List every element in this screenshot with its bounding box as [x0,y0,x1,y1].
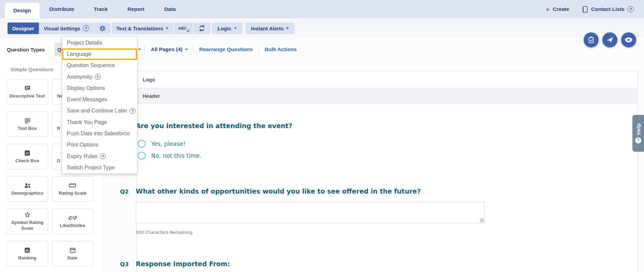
text-tools-group: Text & Translations ABC ✓ [112,22,210,34]
chevron-down-icon [234,28,237,30]
refresh-icon [199,25,205,32]
people-icon [24,182,31,189]
simple-questions-heading: Simple Questions [10,66,54,72]
card-ranking[interactable]: Ranking [6,241,48,267]
instant-alerts-group: Instant Alerts [246,22,294,34]
designer-button[interactable]: Designer [8,22,39,34]
menu-item-switch-project-type[interactable]: Switch Project Type [62,162,137,173]
ruler-icon [69,182,76,189]
q1-title[interactable]: Are you interested in attending the even… [136,122,292,130]
menu-item-event-messages[interactable]: Event Messages [62,94,137,105]
help-circle-icon[interactable]: ? [100,153,106,159]
tab-track[interactable]: Track [84,0,118,18]
divider [144,46,145,53]
menu-item-question-sequence[interactable]: Question Sequence [62,60,137,71]
designer-toolbar: Designer Visual Settings ? Text & Transl… [0,18,644,37]
help-circle-icon[interactable]: ? [95,74,101,80]
send-button[interactable] [602,32,617,47]
all-pages-dropdown[interactable]: All Pages (4) [151,46,188,52]
visual-settings-menu: Project Details Language Question Sequen… [62,36,137,174]
tab-distribute[interactable]: Distribute [40,0,84,18]
menu-item-label: Thank You Page [67,119,107,125]
card-like-dislike[interactable]: Like/Dislike [52,209,93,234]
q3-title[interactable]: Response Imported From: [136,260,230,268]
tab-data[interactable]: Data [155,0,186,18]
checked-box-icon [24,150,30,156]
menu-item-label: Project Details [67,40,102,46]
divider [259,46,259,53]
review-checklist-button[interactable] [584,32,599,47]
logic-button[interactable]: Logic [212,22,243,34]
contact-lists-label: Contact Lists [591,6,625,12]
radio-button-icon[interactable] [138,152,146,160]
plus-icon: + [545,6,550,13]
help-circle-icon[interactable]: ? [130,108,135,114]
text-translations-button[interactable]: Text & Translations [112,22,173,34]
main-tabs: Design Distribute Track Report Data [0,0,186,18]
rearrange-questions-link[interactable]: Rearrange Questions [199,46,253,52]
q1-option-no-label: No, not this time. [151,152,201,159]
q2-title[interactable]: What other kinds of opportunities would … [136,187,421,195]
card-label: Ranking [17,255,38,261]
page-toolbar: All Pages (4) Rearrange Questions Bulk A… [138,43,297,56]
q2-answer-textarea[interactable] [136,202,485,223]
card-rating-scale[interactable]: Rating Scale [52,176,93,202]
contact-lists-button[interactable]: Contact Lists ? [582,6,634,13]
spell-check-button[interactable]: ABC ✓ [174,22,193,34]
q1-option-yes[interactable]: Yes, please! [138,140,186,148]
menu-item-language[interactable]: Language [62,48,137,60]
menu-item-label: Display Options [67,85,105,91]
star-icon [24,211,31,218]
card-check-box[interactable]: Check Box [6,144,48,169]
q3-number: Q3 [120,261,129,268]
radio-button-icon[interactable] [138,140,146,148]
card-text-box[interactable]: Text Box [6,111,48,137]
menu-item-project-details[interactable]: Project Details [62,37,137,48]
eye-icon [625,36,633,43]
visual-settings-button[interactable]: Visual Settings ? [39,22,94,34]
menu-item-push-data-into-salesforce[interactable]: Push Data into Salesforce [62,128,137,139]
card-label: Descriptive Text [8,93,46,99]
hidden-control-caret-icon[interactable] [138,49,141,51]
menu-item-label: Print Options [67,142,98,148]
project-settings-gear-button[interactable] [94,22,111,34]
card-demographics[interactable]: Demographics [6,176,48,202]
menu-item-expiry-rules[interactable]: Expiry Rules? [62,151,137,162]
card-descriptive-text[interactable]: Descriptive Text [6,79,48,105]
chevron-down-icon [185,49,188,51]
logic-group: Logic [212,22,243,34]
contact-lists-help-icon[interactable]: ? [628,6,634,12]
help-tab[interactable]: Help ? [632,115,644,152]
q1-option-yes-label: Yes, please! [151,140,186,147]
logo-section-row[interactable]: Logo [137,71,638,88]
address-book-icon [582,6,588,13]
visual-settings-help-icon[interactable]: ? [83,25,89,31]
tab-design[interactable]: Design [5,3,40,18]
menu-item-anonymity[interactable]: Anonymity? [62,71,137,82]
create-label: Create [553,6,569,12]
menu-item-display-options[interactable]: Display Options [62,82,137,94]
card-symbol-rating-scale[interactable]: Symbol Rating Scale [6,209,48,234]
refresh-replace-button[interactable] [193,22,210,34]
card-label: Date [66,255,79,261]
menu-item-thank-you-page[interactable]: Thank You Page [62,117,137,128]
topnav-actions: + Create Contact Lists ? [545,0,644,18]
header-section-row[interactable]: Header [137,88,638,104]
q1-option-no[interactable]: No, not this time. [138,152,201,160]
logic-label: Logic [218,26,231,31]
help-label: Help [635,123,641,135]
bar-chart-icon [24,247,30,254]
card-date[interactable]: Date [52,241,93,267]
menu-item-label: Push Data into Salesforce [67,131,130,137]
tab-report[interactable]: Report [118,0,155,18]
menu-item-save-and-continue-later[interactable]: Save and Continue Later? [62,105,137,117]
menu-item-print-options[interactable]: Print Options [62,139,137,151]
preview-button[interactable] [621,32,636,47]
sidebar-tab-question-types[interactable]: Question Types [7,43,45,56]
instant-alerts-button[interactable]: Instant Alerts [246,22,294,34]
card-label: Demographics [10,191,45,196]
create-button[interactable]: + Create [545,6,569,13]
calendar-icon [70,247,76,254]
bulk-actions-link[interactable]: Bulk Actions [265,46,297,52]
divider [193,46,193,53]
